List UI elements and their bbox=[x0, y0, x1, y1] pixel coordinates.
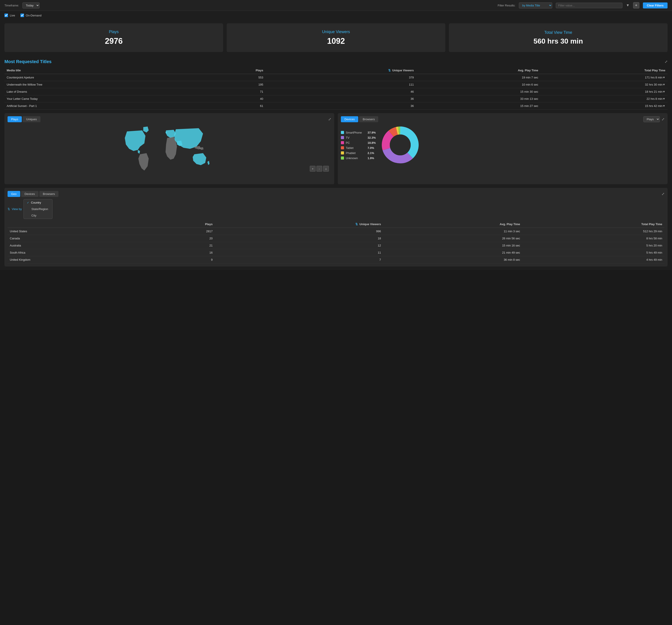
row-filter-icon[interactable]: ▼ bbox=[663, 90, 665, 93]
map-expand-icon[interactable]: ⤢ bbox=[328, 117, 331, 121]
tab-geo[interactable]: Geo bbox=[7, 191, 20, 197]
filter-label: Filter Results: bbox=[498, 4, 515, 7]
view-by-dropdown[interactable]: ✓ Country State/Region City bbox=[24, 199, 52, 219]
table-row: Underneath the Willow Tree 195 111 10 mi… bbox=[4, 81, 668, 88]
add-filter-button[interactable]: + bbox=[633, 2, 639, 8]
map-zoom-out[interactable]: - bbox=[316, 166, 322, 172]
cell-plays: 195 bbox=[205, 81, 265, 88]
ondemand-checkbox[interactable] bbox=[20, 14, 24, 17]
cell-geo-total: 5 hrs 20 min bbox=[522, 242, 665, 249]
cell-location: Canada bbox=[7, 235, 148, 242]
col-total-play-time: Total Play Time bbox=[541, 67, 668, 74]
map-controls: + - ⌂ bbox=[310, 166, 329, 172]
tab-devices[interactable]: Devices bbox=[341, 116, 358, 122]
timeframe-select[interactable]: Today bbox=[22, 2, 40, 8]
legend-item: TV 32.3% bbox=[341, 135, 376, 140]
filter-checkboxes: Live On-Demand bbox=[0, 11, 672, 20]
cell-location: United States bbox=[7, 228, 148, 235]
legend-pct: 2.1% bbox=[367, 151, 374, 155]
cell-geo-total: 8 hrs 58 min bbox=[522, 235, 665, 242]
devices-expand-icon[interactable]: ⤢ bbox=[662, 117, 665, 121]
geo-table-row: Canada 20 18 26 min 56 sec 8 hrs 58 min bbox=[7, 235, 665, 242]
legend-color bbox=[341, 151, 344, 154]
sort-icon-geo: ⇅ bbox=[7, 207, 10, 211]
live-checkbox-label[interactable]: Live bbox=[4, 14, 15, 17]
filter-icon: ▼ bbox=[626, 3, 629, 7]
total-view-time-card: Total View Time 560 hrs 30 min bbox=[449, 23, 668, 52]
geo-table-row: Australia 21 12 15 min 16 sec 5 hrs 20 m… bbox=[7, 242, 665, 249]
legend-color bbox=[341, 157, 344, 160]
unique-viewers-title: Unique Viewers bbox=[322, 29, 350, 34]
legend-item: Phablet 2.1% bbox=[341, 150, 376, 155]
cell-geo-total: 512 hrs 29 min bbox=[522, 228, 665, 235]
geo-header: Geo Devices Browsers ⤢ bbox=[7, 191, 665, 197]
row-filter-icon[interactable]: ▼ bbox=[663, 76, 665, 79]
most-requested-header: Most Requested Titles ⤢ bbox=[4, 59, 668, 64]
bottom-panels: Plays Uniques ⤢ bbox=[4, 113, 668, 184]
legend-pct: 32.3% bbox=[367, 136, 376, 139]
cell-geo-avg: 15 min 16 sec bbox=[383, 242, 522, 249]
tab-browsers[interactable]: Browsers bbox=[359, 116, 378, 122]
legend-color bbox=[341, 146, 344, 149]
map-container: + - ⌂ bbox=[7, 125, 331, 174]
map-zoom-in[interactable]: + bbox=[310, 166, 316, 172]
legend-color bbox=[341, 141, 344, 144]
row-filter-icon[interactable]: ▼ bbox=[663, 97, 665, 100]
cell-geo-unique-viewers: 18 bbox=[215, 235, 383, 242]
cell-title: Counterpoint Apeture bbox=[4, 74, 205, 81]
plays-select[interactable]: Plays bbox=[643, 116, 660, 122]
legend-pct: 7.0% bbox=[367, 146, 374, 150]
tab-geo-browsers[interactable]: Browsers bbox=[39, 191, 58, 197]
geo-col-total: Total Play Time bbox=[522, 221, 665, 228]
filter-by-select[interactable]: by Media Title bbox=[519, 2, 552, 8]
cell-avg-play-time: 33 min 13 sec bbox=[416, 95, 541, 102]
cell-title: Your Letter Came Today bbox=[4, 95, 205, 102]
ondemand-checkbox-label[interactable]: On-Demand bbox=[20, 14, 42, 17]
geo-tab-row: Geo Devices Browsers bbox=[7, 191, 58, 197]
geo-table-header: Plays ⇅ Unique Viewers Avg. Play Time To… bbox=[7, 221, 665, 228]
plays-card: Plays 2976 bbox=[4, 23, 223, 52]
geo-expand-icon[interactable]: ⤢ bbox=[662, 192, 665, 196]
cell-unique-viewers: 36 bbox=[265, 95, 416, 102]
table-row: Artificial Sunset - Part 1 61 36 15 min … bbox=[4, 102, 668, 110]
sort-icon-uv[interactable]: ⇅ bbox=[355, 222, 358, 226]
clear-filters-button[interactable]: Clear Filters bbox=[643, 2, 668, 8]
view-by-label: View by bbox=[12, 207, 22, 211]
cell-geo-unique-viewers: 12 bbox=[215, 242, 383, 249]
timeframe-label: Timeframe: bbox=[4, 4, 19, 7]
cell-avg-play-time: 10 min 6 sec bbox=[416, 81, 541, 88]
legend-label: Tablet bbox=[346, 146, 366, 150]
devices-inner: Devices Browsers Plays ⤢ SmartPhone 37.9… bbox=[341, 116, 665, 166]
map-panel: Plays Uniques ⤢ bbox=[4, 113, 334, 184]
col-plays: Plays bbox=[205, 67, 265, 74]
row-filter-icon[interactable]: ▼ bbox=[663, 83, 665, 86]
cell-geo-plays: 20 bbox=[148, 235, 215, 242]
dropdown-country[interactable]: ✓ Country bbox=[24, 199, 52, 206]
legend-pct: 1.9% bbox=[367, 157, 374, 160]
cell-title: Lake of Dreams bbox=[4, 88, 205, 95]
tab-uniques[interactable]: Uniques bbox=[23, 116, 41, 122]
col-avg-play-time: Avg. Play Time bbox=[416, 67, 541, 74]
legend-label: PC bbox=[346, 141, 366, 144]
cell-geo-unique-viewers: 996 bbox=[215, 228, 383, 235]
row-filter-icon[interactable]: ▼ bbox=[663, 104, 665, 107]
live-checkbox[interactable] bbox=[4, 14, 8, 17]
expand-icon[interactable]: ⤢ bbox=[665, 59, 668, 64]
map-home[interactable]: ⌂ bbox=[323, 166, 329, 172]
cell-avg-play-time: 15 min 30 sec bbox=[416, 88, 541, 95]
sort-icon[interactable]: ⇅ bbox=[388, 69, 391, 72]
svg-point-8 bbox=[390, 135, 411, 155]
total-view-time-title: Total View Time bbox=[544, 30, 572, 35]
cell-unique-viewers: 379 bbox=[265, 74, 416, 81]
cell-total-play-time: 22 hrs 8 min ▼ bbox=[541, 95, 668, 102]
filter-value-input[interactable] bbox=[556, 3, 622, 8]
tab-geo-devices[interactable]: Devices bbox=[21, 191, 39, 197]
cell-geo-plays: 2817 bbox=[148, 228, 215, 235]
cell-total-play-time: 32 hrs 30 min ▼ bbox=[541, 81, 668, 88]
unique-viewers-card: Unique Viewers 1092 bbox=[227, 23, 445, 52]
geo-table-row: United States 2817 996 11 min 3 sec 512 … bbox=[7, 228, 665, 235]
dropdown-state-region[interactable]: State/Region bbox=[24, 206, 52, 212]
dropdown-city[interactable]: City bbox=[24, 212, 52, 219]
tab-plays[interactable]: Plays bbox=[7, 116, 22, 122]
cell-unique-viewers: 111 bbox=[265, 81, 416, 88]
